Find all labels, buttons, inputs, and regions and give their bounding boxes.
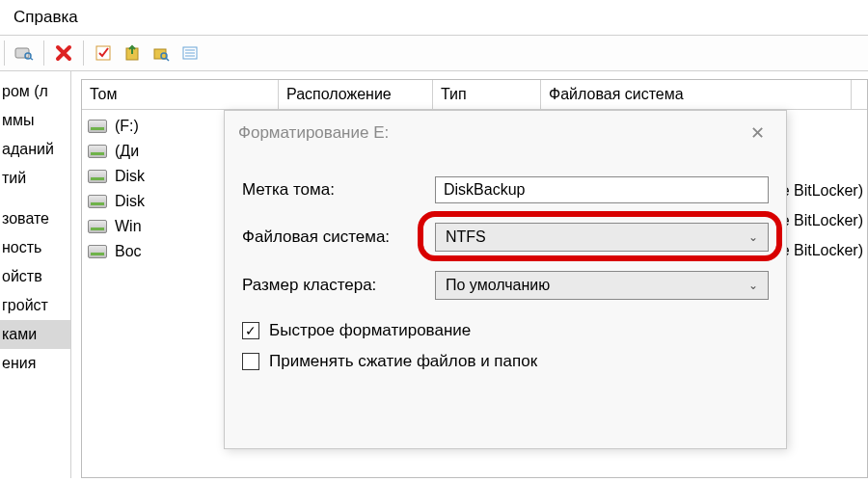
toolbar-separator — [83, 40, 84, 66]
cluster-label: Размер кластера: — [242, 276, 435, 295]
close-icon[interactable]: ✕ — [743, 120, 773, 146]
dialog-titlebar: Форматирование E: ✕ — [225, 111, 786, 151]
disk-icon — [88, 245, 107, 258]
dialog-body: Метка тома: Файловая система: NTFS ⌄ Раз… — [225, 151, 786, 371]
search-folder-icon[interactable] — [149, 41, 173, 65]
disk-icon — [88, 220, 107, 233]
sidebar-item[interactable]: аданий — [0, 135, 70, 164]
sidebar-item[interactable]: тий — [0, 164, 70, 193]
volume-name: Win — [115, 218, 142, 235]
list-icon[interactable] — [178, 41, 202, 65]
toolbar-separator — [4, 40, 5, 66]
sidebar-item[interactable] — [0, 193, 70, 204]
sidebar-item[interactable]: ммы — [0, 106, 70, 135]
grid-header: Том Расположение Тип Файловая система — [82, 80, 867, 110]
dialog-title: Форматирование E: — [238, 123, 389, 143]
cluster-row: Размер кластера: По умолчанию ⌄ — [242, 271, 769, 300]
sidebar-item[interactable]: ения — [0, 349, 70, 378]
compress-row[interactable]: Применять сжатие файлов и папок — [242, 352, 769, 371]
volume-name: Disk — [115, 193, 145, 210]
search-icon[interactable] — [13, 41, 36, 65]
delete-icon[interactable] — [52, 41, 75, 65]
svg-rect-5 — [154, 49, 166, 59]
filesystem-value: NTFS — [446, 228, 486, 246]
menubar: Справка — [0, 0, 868, 35]
col-filesystem[interactable]: Файловая система — [541, 80, 852, 109]
filesystem-select[interactable]: NTFS ⌄ — [435, 223, 769, 252]
check-icon[interactable] — [92, 41, 115, 65]
disk-icon — [88, 195, 107, 208]
svg-line-7 — [166, 58, 169, 61]
volume-name: Disk — [115, 168, 145, 185]
col-type[interactable]: Тип — [433, 80, 541, 109]
checkbox-unchecked-icon[interactable] — [242, 353, 259, 370]
disk-icon — [88, 120, 107, 133]
volume-name: Вос — [115, 243, 142, 260]
col-location[interactable]: Расположение — [279, 80, 433, 109]
menu-help[interactable]: Справка — [14, 8, 78, 26]
filesystem-label: Файловая система: — [242, 228, 435, 247]
col-extra[interactable] — [852, 80, 867, 109]
toolbar — [0, 35, 868, 71]
sidebar-item[interactable]: ность — [0, 233, 70, 262]
volume-name: (F:) — [115, 118, 139, 135]
main-area: ром (л ммы аданий тий зовате ность ойств… — [0, 71, 868, 478]
volume-label-row: Метка тома: — [242, 176, 769, 203]
sidebar-item[interactable]: ками — [0, 320, 70, 349]
filesystem-row: Файловая система: NTFS ⌄ — [242, 223, 769, 252]
sidebar-item[interactable]: гройст — [0, 291, 70, 320]
cluster-select[interactable]: По умолчанию ⌄ — [435, 271, 769, 300]
col-volume[interactable]: Том — [82, 80, 279, 109]
quick-format-row[interactable]: ✓ Быстрое форматирование — [242, 321, 769, 340]
disk-icon — [88, 170, 107, 183]
volume-label: Метка тома: — [242, 180, 435, 200]
sidebar-item[interactable]: ойств — [0, 262, 70, 291]
quick-format-label: Быстрое форматирование — [269, 321, 471, 340]
import-icon[interactable] — [121, 41, 144, 65]
chevron-down-icon: ⌄ — [748, 230, 758, 244]
disk-icon — [88, 145, 107, 158]
content-pane: Том Расположение Тип Файловая система (F… — [71, 71, 868, 478]
sidebar-item[interactable]: ром (л — [0, 77, 70, 106]
sidebar-item[interactable]: зовате — [0, 204, 70, 233]
compress-label: Применять сжатие файлов и папок — [269, 352, 537, 371]
cluster-value: По умолчанию — [446, 277, 550, 294]
sidebar: ром (л ммы аданий тий зовате ность ойств… — [0, 71, 71, 478]
checkbox-group: ✓ Быстрое форматирование Применять сжати… — [242, 321, 769, 371]
toolbar-separator — [43, 40, 44, 66]
volume-name: (Ди — [115, 143, 139, 160]
volume-input[interactable] — [435, 176, 769, 203]
checkbox-checked-icon[interactable]: ✓ — [242, 322, 259, 339]
format-dialog: Форматирование E: ✕ Метка тома: Файловая… — [224, 110, 787, 449]
svg-line-2 — [30, 58, 33, 60]
chevron-down-icon: ⌄ — [748, 279, 758, 292]
